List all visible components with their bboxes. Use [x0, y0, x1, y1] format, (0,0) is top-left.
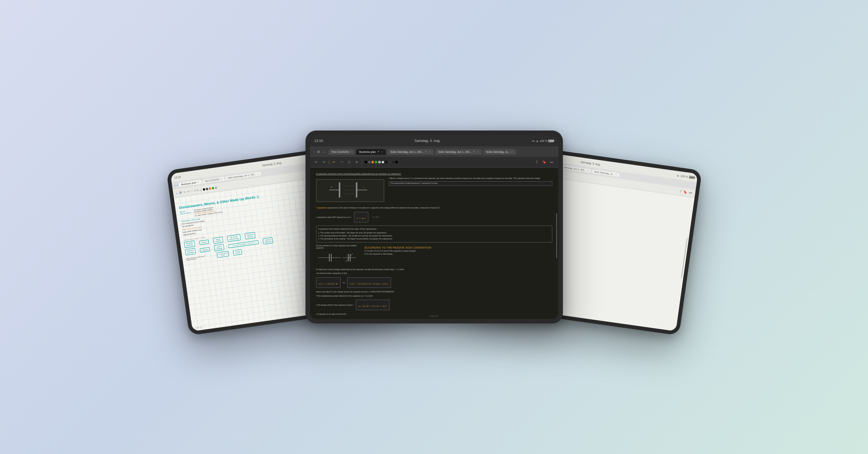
cdot-black2[interactable] — [385, 161, 388, 163]
fc-game2: gamecompat. — [214, 244, 224, 251]
cdot-darkest[interactable] — [392, 161, 394, 163]
left-color-picker[interactable] — [203, 186, 220, 190]
right-status-day: Samstag, 3. Aug. — [580, 160, 601, 166]
center-redo[interactable]: ↪ — [321, 160, 327, 165]
center-tab-close-0[interactable]: × — [350, 150, 352, 154]
center-factors-box: In general, three factors determine the … — [316, 225, 552, 243]
center-eraser-tool[interactable]: ⬡ — [347, 160, 352, 165]
right-battery-pct: 100 % — [680, 174, 688, 178]
left-pen-icon[interactable]: ✏ — [187, 190, 189, 193]
center-circuit-label: Circuit symbols for a fixed capacitor an… — [316, 244, 362, 249]
color-white[interactable] — [218, 186, 220, 188]
left-tab-close-3[interactable]: × — [257, 173, 259, 175]
center-battery-pct: 100 % — [540, 140, 547, 142]
cdot-darkgray[interactable] — [388, 161, 391, 163]
center-tab-test[interactable]: Test 21224234 × — [329, 149, 355, 155]
center-grid-icon[interactable]: ⊞ — [317, 150, 320, 154]
center-circuit-left: Circuit symbols for a fixed capacitor an… — [316, 244, 362, 267]
center-undo[interactable]: ↩ — [314, 160, 319, 165]
right-tab-close-3[interactable]: × — [616, 173, 617, 176]
center-current-note: To obtain the current-voltage relationsh… — [316, 268, 552, 271]
center-toolbar[interactable]: ↩ ↪ ✏ 〰 ⬡ ⊙ ⤴ 🔖 ••• — [310, 157, 558, 168]
center-scroll-indicator[interactable] — [556, 213, 557, 258]
fc-business: businesscompat. — [244, 232, 256, 239]
center-power-note: • The instantaneous power delivered to t… — [316, 295, 552, 297]
center-tab-notiz3[interactable]: Notiz Samstag, Ju... × — [483, 149, 516, 155]
center-lasso-tool[interactable]: ⊙ — [354, 160, 360, 165]
color-orange[interactable] — [209, 187, 211, 190]
center-pen-tool[interactable]: ✏ — [332, 160, 337, 165]
right-bookmark-icon[interactable]: 🔖 — [683, 190, 687, 194]
fc-start: start/endmodules — [184, 241, 195, 248]
left-back-icon[interactable]: ‹ — [174, 183, 176, 187]
fc-arrow-8: → — [260, 241, 262, 243]
cdot-ltgray[interactable] — [378, 161, 381, 163]
center-where-note: where v(t₀)=q(t₀)/C is the voltage acros… — [316, 291, 552, 294]
color-green[interactable] — [212, 187, 214, 189]
center-tab-business-plan[interactable]: Business plan ▾ × — [356, 149, 386, 155]
center-share-icon[interactable]: ⤴ — [534, 160, 539, 165]
left-search-icon[interactable]: ⌕ — [183, 190, 185, 194]
center-factor-3: 3. The permittivity of the material - th… — [318, 237, 550, 240]
color-black[interactable] — [203, 188, 205, 191]
fc-game: gamecompat. — [213, 236, 223, 244]
cdot-green[interactable] — [375, 161, 377, 163]
center-more-dots: ••• — [532, 140, 535, 142]
circuit-diagram-svg — [316, 250, 358, 265]
center-battery-icon — [548, 140, 553, 142]
center-color-picker[interactable] — [365, 161, 398, 163]
color-gray[interactable] — [215, 186, 217, 189]
center-bullet1: • When a voltage source V is connected t… — [389, 177, 552, 180]
center-tab-bar[interactable]: ‹ ⊞ ⌕ Test 21224234 × Business plan ▾ × … — [310, 146, 558, 157]
center-factor-2: 2. The spacing between the plates - the … — [318, 234, 550, 237]
center-tab-close-4[interactable]: × — [511, 150, 513, 154]
fc-arrow-4: → — [242, 236, 243, 238]
center-tab-close-1[interactable]: × — [381, 150, 383, 154]
left-grid-icon[interactable]: ⊞ — [179, 191, 182, 194]
svg-text:+: + — [330, 185, 332, 189]
left-tab-close-2[interactable]: × — [221, 178, 222, 180]
fc-do: do we dothese things — [227, 234, 240, 242]
center-tablet[interactable]: 13:19 Samstag, 3. Aug. ••• ▲ 100 % ‹ ⊞ ⌕… — [305, 131, 563, 323]
left-forward-icon[interactable]: › — [176, 183, 178, 187]
center-tab-notiz2[interactable]: Notiz Samstag, Jun 1, 202... ▾ × — [435, 149, 482, 155]
center-tab-close-3[interactable]: × — [477, 150, 479, 154]
left-eraser-icon[interactable]: ⬡ — [193, 189, 196, 192]
cdot-orange[interactable] — [371, 161, 374, 163]
right-more-icon[interactable]: ••• — [689, 191, 692, 195]
center-back-icon[interactable]: ‹ — [313, 150, 314, 154]
center-capacitor-diagram: + - — [316, 179, 384, 202]
color-dark[interactable] — [206, 188, 208, 190]
fc-license: licenses — [199, 247, 210, 253]
cdot-white[interactable] — [382, 161, 384, 163]
center-marker-tool[interactable]: 〰 — [339, 160, 344, 165]
center-more-icon[interactable]: ••• — [549, 160, 555, 165]
center-energy-formula: w = ∫p dt = C∫v dv = ½Cv² — [356, 300, 390, 310]
center-search-icon[interactable]: ⌕ — [323, 150, 325, 154]
cdot-black[interactable] — [365, 161, 367, 163]
left-lasso-icon[interactable]: ⊙ — [196, 189, 199, 192]
center-passive-sign: ACCORDING TO THE PASSIVE SIGN CONVENTION… — [365, 244, 552, 267]
center-voltage-formula: v(t) = (1/C)∫i dt or v(t) = (1/C)∫[t₀→t]… — [316, 276, 552, 289]
left-marker-icon[interactable]: 〰 — [190, 190, 193, 192]
left-status-day: Samstag, 3. Aug. — [262, 161, 282, 166]
center-factor-1: 1. The surface area of the plates - the … — [318, 231, 550, 234]
right-share-icon[interactable]: ⤴ — [679, 190, 681, 193]
right-tab-close-2[interactable]: × — [587, 169, 589, 172]
center-day: Samstag, 3. Aug. — [415, 139, 441, 143]
cdot-gray[interactable] — [368, 161, 371, 163]
center-tablet-screen: 13:19 Samstag, 3. Aug. ••• ▲ 100 % ‹ ⊞ ⌕… — [310, 135, 558, 319]
center-energy-area: • The energy stored in the capacitor at … — [316, 298, 552, 312]
center-tab-close-2[interactable]: × — [429, 150, 431, 154]
fc-internal: internalprocess — [262, 237, 273, 244]
left-shapes-icon[interactable]: △ — [199, 188, 202, 191]
svg-rect-1 — [356, 182, 357, 197]
center-units: F = C/V — [373, 216, 379, 218]
fc-supermod: super-moduleimage — [217, 251, 229, 258]
cdot-black3[interactable] — [395, 161, 398, 163]
center-bookmark-icon[interactable]: 🔖 — [542, 160, 547, 165]
center-bullet3: • capacitance does NOT depend on q or v — [316, 216, 351, 218]
left-back-nav[interactable]: ‹ — [176, 191, 177, 195]
left-tab-close-1[interactable]: × — [198, 181, 199, 183]
center-tab-notiz1[interactable]: Notiz Samstag, Jun 1, 202... ▾ × — [387, 149, 434, 155]
